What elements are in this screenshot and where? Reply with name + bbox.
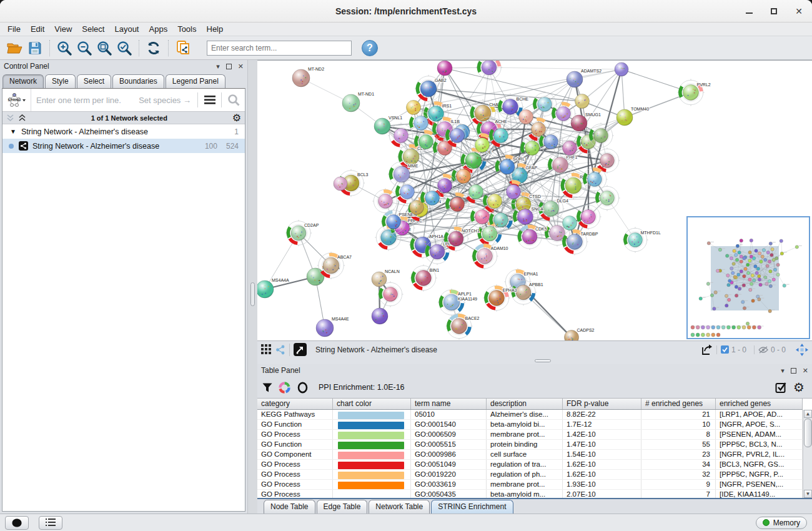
menu-view[interactable]: View [49, 22, 77, 36]
scrollbar-thumb[interactable] [804, 419, 812, 447]
table-row[interactable]: GO ProcessGO:0019220regulation of ph...1… [257, 470, 803, 480]
detach-view-icon[interactable] [294, 343, 307, 356]
collapse-triangle-icon[interactable]: ▼ [10, 128, 16, 135]
scroll-up-arrow[interactable]: ▲ [804, 410, 812, 418]
menu-apps[interactable]: Apps [144, 22, 173, 36]
table-settings-gear-icon[interactable]: ⚙ [793, 380, 805, 395]
network-node[interactable] [437, 61, 452, 76]
table-row[interactable]: GO ProcessGO:0051049regulation of tra...… [257, 460, 803, 470]
memory-button[interactable]: Memory [756, 517, 807, 529]
panel-menu-icon[interactable]: ▾ [781, 367, 785, 375]
network-node[interactable] [407, 101, 421, 115]
network-row-selected[interactable]: String Network - Alzheimer's disease 100… [2, 139, 245, 153]
network-node[interactable] [519, 110, 533, 124]
column-header-enriched-genes[interactable]: enriched genes [716, 399, 803, 409]
network-node[interactable] [334, 177, 347, 191]
network-node[interactable] [476, 61, 502, 81]
table-row[interactable]: GO ProcessGO:0050435beta-amyloid m...2.0… [257, 490, 803, 498]
string-logo-dropdown[interactable]: STRING [2, 89, 31, 111]
network-canvas[interactable]: MT-ND2MT-ND1VSNL1GAB2IRS1CHATBCHEACHEIL1… [257, 60, 812, 340]
network-collection-row[interactable]: ▼ String Network - Alzheimer's disease 1 [2, 124, 245, 139]
splitter-grip[interactable] [535, 359, 551, 362]
network-node-ncaln[interactable]: NCALN [372, 269, 400, 287]
collapse-all-icon[interactable] [6, 114, 14, 122]
network-node-mthfd1l[interactable]: MTHFD1L [622, 227, 661, 252]
help-button[interactable]: ? [362, 40, 378, 56]
reset-charts-icon[interactable] [297, 382, 309, 394]
string-options-button[interactable] [198, 89, 221, 111]
menu-file[interactable]: File [2, 22, 26, 36]
panel-float-button[interactable] [791, 368, 796, 374]
maximize-button[interactable] [770, 7, 778, 16]
close-button[interactable]: ✕ [795, 7, 803, 16]
open-session-button[interactable] [5, 38, 25, 58]
network-node-epha3[interactable]: EPHA3 [483, 284, 517, 311]
zoom-selected-button[interactable] [114, 38, 134, 58]
save-session-button[interactable] [25, 38, 45, 58]
network-node[interactable] [575, 94, 590, 109]
tab-node-table[interactable]: Node Table [264, 500, 315, 514]
network-node-bace2[interactable]: BACE2 [445, 312, 479, 339]
menu-help[interactable]: Help [202, 22, 229, 36]
export-network-icon[interactable] [700, 344, 713, 356]
zoom-out-button[interactable] [74, 38, 94, 58]
species-hint[interactable]: Set species → [139, 96, 197, 105]
select-columns-icon[interactable] [775, 382, 787, 394]
filter-icon[interactable] [262, 383, 272, 392]
tab-edge-table[interactable]: Edge Table [317, 500, 368, 514]
menu-tools[interactable]: Tools [172, 22, 201, 36]
table-row[interactable]: KEGG Pathways05010Alzheimer's dise...8.8… [257, 410, 803, 420]
string-search-button[interactable] [222, 89, 245, 111]
tab-legend-panel[interactable]: Legend Panel [166, 74, 225, 88]
column-header-term-name[interactable]: term name [411, 399, 487, 409]
search-input[interactable] [207, 41, 352, 56]
expand-all-icon[interactable] [18, 114, 26, 122]
network-node[interactable] [615, 62, 628, 76]
table-row[interactable]: GO ComponentGO:0009986cell surface1.54E-… [257, 450, 803, 460]
network-node-cadps2[interactable]: CADPS2 [565, 328, 595, 341]
network-node-notch1[interactable]: NOTCH1 [443, 226, 480, 252]
tab-network[interactable]: Network [2, 74, 44, 88]
node-indicator-button[interactable] [5, 516, 29, 530]
column-header-description[interactable]: description [487, 399, 563, 409]
panel-float-button[interactable] [226, 64, 232, 69]
hidden-nodes-counter[interactable]: 0 - 0 [754, 345, 790, 354]
tab-network-table[interactable]: Network Table [369, 500, 430, 514]
network-node-cdk5[interactable]: CDK5 [517, 224, 547, 250]
table-row[interactable]: GO FunctionGO:0001540beta-amyloid bi...1… [257, 420, 803, 430]
horizontal-splitter[interactable] [257, 358, 812, 364]
network-node-ms4a4e[interactable]: MS4A4E [316, 317, 349, 337]
menu-edit[interactable]: Edit [26, 22, 49, 36]
minimize-button[interactable] [745, 7, 753, 16]
table-row[interactable]: GO ProcessGO:0033619membrane prot...1.93… [257, 480, 803, 490]
network-node[interactable] [372, 308, 388, 324]
network-node-adam10[interactable]: ADAM10 [471, 242, 508, 269]
network-node-tomm40[interactable]: TOMM40 [616, 107, 649, 126]
column-header-chart-color[interactable]: chart color [333, 399, 411, 409]
table-row[interactable]: GO FunctionGO:0005515protein binding1.47… [257, 440, 803, 450]
menu-layout[interactable]: Layout [109, 22, 144, 36]
grid-mode-icon[interactable] [261, 344, 272, 355]
apply-layout-button[interactable] [144, 38, 164, 58]
menu-select[interactable]: Select [77, 22, 109, 36]
column-header-category[interactable]: category [257, 399, 333, 409]
zoom-in-button[interactable] [54, 38, 74, 58]
network-node-mt-nd2[interactable]: MT-ND2 [292, 67, 324, 87]
network-node-aplp1[interactable]: APLP1KIAA1149 [438, 289, 477, 316]
scroll-down-arrow[interactable]: ▼ [804, 490, 812, 498]
column-header-fdr-p-value[interactable]: FDR p-value [563, 399, 641, 409]
network-options-gear-icon[interactable]: ⚙ [232, 112, 241, 124]
pan-compass-icon[interactable] [796, 344, 808, 356]
draw-charts-icon[interactable] [279, 382, 290, 394]
panel-close-button[interactable]: ✕ [803, 367, 808, 375]
selected-nodes-counter[interactable]: 1 - 0 [716, 345, 750, 354]
network-node-pvrl2[interactable]: PVRL2 [677, 79, 710, 106]
panel-menu-icon[interactable]: ▾ [216, 62, 220, 71]
string-term-input[interactable] [31, 96, 139, 105]
tab-style[interactable]: Style [45, 74, 76, 88]
network-node-adamts2[interactable]: ADAMTS2 [567, 69, 602, 87]
tab-string-enrichment[interactable]: STRING Enrichment [431, 500, 513, 514]
network-node[interactable] [563, 216, 577, 231]
network-node-ms4a4a[interactable]: MS4A4A [257, 278, 289, 298]
clone-network-button[interactable] [173, 38, 193, 58]
